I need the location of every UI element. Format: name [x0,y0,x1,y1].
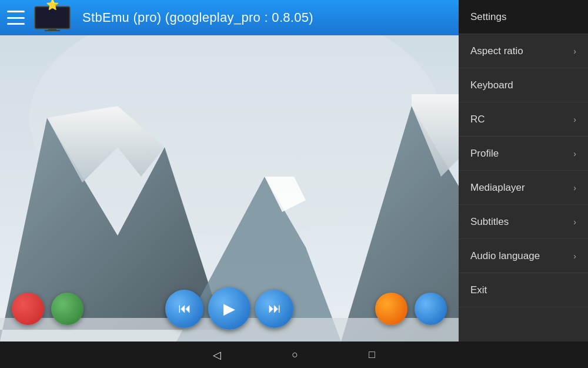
play-button[interactable]: ▶ [208,287,250,330]
menu-item-label-audio-language: Audio language [470,250,540,262]
menu-item-keyboard[interactable]: Keyboard [459,68,588,102]
menu-item-label-settings: Settings [470,11,506,23]
menu-item-label-subtitles: Subtitles [470,216,509,228]
orange-button[interactable] [375,293,407,325]
rewind-button[interactable]: ⏮ [165,290,203,328]
menu-item-label-aspect-ratio: Aspect ratio [470,45,523,57]
menu-item-rc[interactable]: RC› [459,102,588,137]
menu-item-label-profile: Profile [470,148,499,160]
context-menu: SettingsAspect ratio›KeyboardRC›Profile›… [459,0,588,368]
bottom-row: ⏮ ▶ ⏭ [0,287,459,330]
star-badge: ⭐ [46,0,59,11]
green-button[interactable] [51,293,83,325]
menu-item-label-mediaplayer: Mediaplayer [470,182,525,194]
menu-item-audio-language[interactable]: Audio language› [459,239,588,273]
menu-item-arrow-profile: › [573,149,576,158]
bottom-controls: ⏮ ▶ ⏭ [0,287,459,330]
blue-button[interactable] [415,293,447,325]
right-color-buttons [375,293,447,325]
menu-item-settings[interactable]: Settings [459,0,588,34]
tv-icon-container: ⭐ [32,2,73,34]
media-buttons: ⏮ ▶ ⏭ [165,287,293,330]
menu-item-label-rc: RC [470,114,485,125]
red-button[interactable] [12,293,44,325]
recent-nav-button[interactable]: □ [369,349,375,361]
menu-item-arrow-audio-language: › [573,251,576,261]
menu-item-arrow-aspect-ratio: › [573,47,576,56]
menu-item-profile[interactable]: Profile› [459,137,588,171]
hamburger-menu-button[interactable] [7,11,25,25]
menu-item-subtitles[interactable]: Subtitles› [459,205,588,239]
menu-item-label-keyboard: Keyboard [470,79,513,91]
forward-button[interactable]: ⏭ [255,290,293,328]
android-nav-bar: ◁ ○ □ [0,342,588,368]
menu-item-label-exit: Exit [470,284,487,296]
svg-rect-13 [45,30,60,31]
menu-item-arrow-mediaplayer: › [573,183,576,193]
menu-item-arrow-subtitles: › [573,217,576,227]
home-nav-button[interactable]: ○ [292,349,298,361]
menu-item-arrow-rc: › [573,115,576,124]
menu-item-aspect-ratio[interactable]: Aspect ratio› [459,34,588,68]
back-nav-button[interactable]: ◁ [213,349,221,362]
menu-item-mediaplayer[interactable]: Mediaplayer› [459,171,588,205]
menu-item-exit[interactable]: Exit [459,273,588,307]
left-color-buttons [12,293,83,325]
app-title: StbEmu (pro) (googleplay_pro : 0.8.05) [82,10,313,25]
